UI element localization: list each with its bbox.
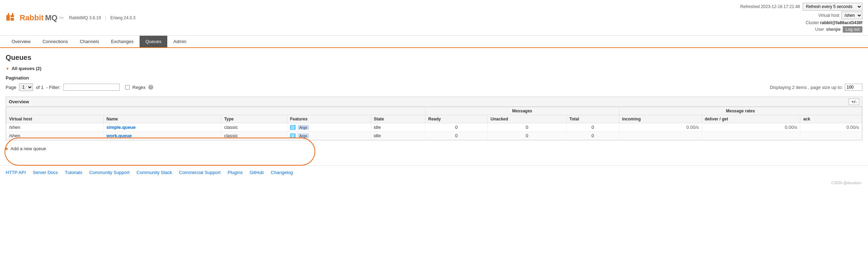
regex-help-icon[interactable]: ? bbox=[148, 85, 153, 90]
plus-minus-button[interactable]: +/- bbox=[849, 98, 859, 105]
virtual-host-label: Virtual host bbox=[818, 13, 839, 18]
td-virtual-host: /shen bbox=[6, 132, 104, 140]
td-deliver-get: 0.00/s bbox=[702, 123, 800, 132]
nav-queues[interactable]: Queues bbox=[140, 36, 168, 47]
regex-label: Regex bbox=[133, 85, 146, 90]
section-arrow: ▼ bbox=[6, 67, 9, 71]
th-state: State bbox=[371, 115, 425, 123]
td-features: D Args bbox=[287, 123, 371, 132]
th-incoming: incoming bbox=[619, 115, 702, 123]
td-unacked: 0 bbox=[487, 132, 566, 140]
add-queue-label: Add a new queue bbox=[11, 146, 46, 151]
regex-checkbox[interactable] bbox=[125, 85, 130, 90]
top-header: RabbitMQTM RabbitMQ 3.8.19 | Erlang 24.0… bbox=[0, 0, 868, 36]
cluster-name: rabbit@fa86acd3438f bbox=[820, 20, 862, 25]
th-virtual-host: Virtual host bbox=[6, 115, 104, 123]
nav-exchanges[interactable]: Exchanges bbox=[105, 36, 139, 47]
version-info: RabbitMQ 3.8.19 | Erlang 24.0.3 bbox=[69, 15, 135, 20]
overview-col-group bbox=[6, 107, 425, 115]
all-queues-section[interactable]: ▼ All queues (2) bbox=[6, 66, 862, 71]
footer-link[interactable]: Commercial Support bbox=[179, 170, 221, 175]
td-name[interactable]: simple.queue bbox=[103, 123, 221, 132]
version-label: RabbitMQ 3.8.19 bbox=[69, 15, 101, 20]
add-queue-arrow: ▶ bbox=[6, 146, 8, 151]
main-nav: Overview Connections Channels Exchanges … bbox=[0, 36, 868, 48]
td-type: classic bbox=[221, 132, 287, 140]
footer-link[interactable]: Server Docs bbox=[33, 170, 58, 175]
page-content: Queues ▼ All queues (2) Pagination Page … bbox=[0, 48, 868, 165]
td-ready: 0 bbox=[425, 123, 488, 132]
header-right: Refreshed 2023-12-16 17:21:48 Refresh ev… bbox=[740, 3, 862, 33]
messages-col-group: Messages bbox=[425, 107, 619, 115]
footer-link[interactable]: Changelog bbox=[271, 170, 293, 175]
add-queue-section[interactable]: ▶ Add a new queue bbox=[6, 146, 862, 151]
logo: RabbitMQTM bbox=[6, 12, 63, 24]
table-row[interactable]: /shen simple.queue classic D Args idle 0… bbox=[6, 123, 862, 132]
th-deliver-get: deliver / get bbox=[702, 115, 800, 123]
message-rates-col-group: Message rates bbox=[619, 107, 862, 115]
display-info-text: Displaying 2 items , page size up to: bbox=[770, 85, 843, 90]
badge-args: Args bbox=[298, 133, 309, 138]
footer-link[interactable]: GitHub bbox=[250, 170, 264, 175]
footer-link[interactable]: HTTP API bbox=[6, 170, 26, 175]
nav-admin[interactable]: Admin bbox=[167, 36, 192, 47]
overview-section-label: Overview bbox=[9, 99, 29, 104]
watermark: CSDN @duration- bbox=[0, 179, 868, 186]
virtual-host-select[interactable]: /shen bbox=[841, 12, 862, 19]
logout-button[interactable]: Log out bbox=[843, 26, 862, 33]
watermark-text: CSDN @duration- bbox=[831, 181, 862, 185]
page-select[interactable]: 1 bbox=[19, 83, 33, 91]
th-name: Name bbox=[103, 115, 221, 123]
nav-connections[interactable]: Connections bbox=[36, 36, 74, 47]
badge-d: D bbox=[290, 133, 296, 138]
user-row: User shenjie Log out bbox=[815, 26, 862, 33]
pagination-label: Pagination bbox=[6, 75, 862, 81]
queue-name-link[interactable]: simple.queue bbox=[107, 125, 136, 130]
footer-link[interactable]: Tutorials bbox=[65, 170, 82, 175]
footer-link[interactable]: Plugins bbox=[228, 170, 243, 175]
td-name[interactable]: work.queue bbox=[103, 132, 221, 140]
refreshed-label: Refreshed 2023-12-16 17:21:48 bbox=[740, 4, 800, 9]
logo-text-rabbit: Rabbit bbox=[20, 13, 43, 22]
page-size-input[interactable] bbox=[845, 84, 862, 91]
svg-rect-4 bbox=[11, 15, 14, 17]
td-virtual-host: /shen bbox=[6, 123, 104, 132]
nav-channels[interactable]: Channels bbox=[74, 36, 105, 47]
td-type: classic bbox=[221, 123, 287, 132]
svg-rect-1 bbox=[11, 18, 14, 21]
logo-tm: TM bbox=[59, 16, 63, 20]
footer: HTTP APIServer DocsTutorialsCommunity Su… bbox=[0, 165, 868, 179]
nav-overview[interactable]: Overview bbox=[6, 36, 36, 47]
footer-link[interactable]: Community Support bbox=[89, 170, 129, 175]
td-unacked: 0 bbox=[487, 123, 566, 132]
th-ready: Ready bbox=[425, 115, 488, 123]
th-unacked: Unacked bbox=[487, 115, 566, 123]
td-total: 0 bbox=[566, 132, 619, 140]
filter-input[interactable] bbox=[63, 84, 120, 91]
page-label: Page bbox=[6, 85, 16, 90]
rabbit-icon bbox=[6, 12, 18, 24]
circle-annotation bbox=[5, 138, 315, 166]
cluster-label: Cluster bbox=[806, 20, 819, 25]
td-ready: 0 bbox=[425, 132, 488, 140]
page-title: Queues bbox=[6, 54, 862, 62]
th-total: Total bbox=[566, 115, 619, 123]
queues-tbody: /shen simple.queue classic D Args idle 0… bbox=[6, 123, 862, 140]
svg-rect-2 bbox=[8, 13, 9, 16]
queues-table-wrapper: Overview +/- Messages Message rates Virt… bbox=[6, 97, 862, 140]
refresh-select[interactable]: Refresh every 5 seconds Refresh every 10… bbox=[803, 3, 862, 11]
th-ack: ack bbox=[800, 115, 862, 123]
td-ack: 0.00/s bbox=[800, 123, 862, 132]
table-row[interactable]: /shen work.queue classic D Args idle 0 0… bbox=[6, 132, 862, 140]
footer-link[interactable]: Community Slack bbox=[136, 170, 172, 175]
cluster-row: Cluster rabbit@fa86acd3438f bbox=[806, 20, 862, 25]
logo-area: RabbitMQTM RabbitMQ 3.8.19 | Erlang 24.0… bbox=[6, 12, 135, 24]
display-info: Displaying 2 items , page size up to: bbox=[770, 84, 862, 91]
virtual-host-row: Virtual host /shen bbox=[818, 12, 862, 19]
badge-d: D bbox=[290, 125, 296, 130]
refresh-row: Refreshed 2023-12-16 17:21:48 Refresh ev… bbox=[740, 3, 862, 11]
th-type: Type bbox=[221, 115, 287, 123]
user-name: shenjie bbox=[826, 27, 841, 32]
td-state: idle bbox=[371, 132, 425, 140]
queue-name-link[interactable]: work.queue bbox=[107, 133, 132, 138]
